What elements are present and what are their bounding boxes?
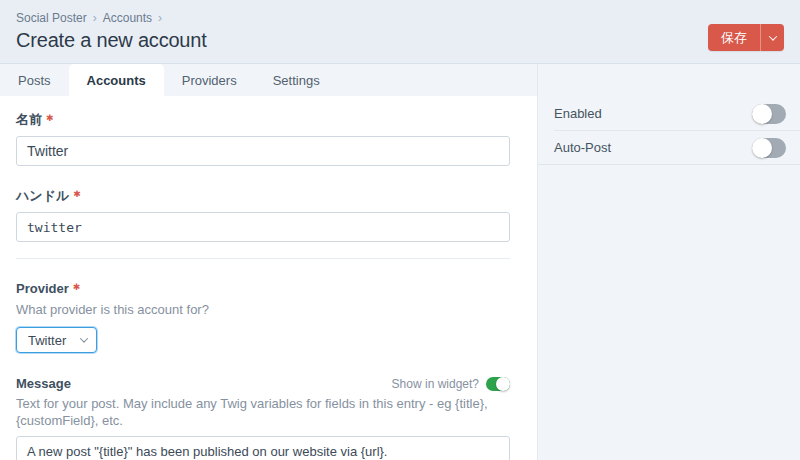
form-pane: 名前✱ ハンドル✱ Provider✱ What provider is thi… — [0, 96, 537, 460]
auto-post-label: Auto-Post — [554, 140, 611, 155]
enabled-toggle[interactable] — [752, 104, 786, 124]
breadcrumb-accounts[interactable]: Accounts — [103, 11, 152, 25]
message-field-label: Message — [16, 376, 71, 391]
required-asterisk: ✱ — [73, 189, 81, 199]
message-field: Message Show in widget? Text for your po… — [16, 376, 510, 460]
handle-input[interactable] — [16, 212, 510, 242]
provider-select[interactable]: Twitter — [16, 327, 97, 353]
tab-settings[interactable]: Settings — [255, 64, 338, 96]
details-sidebar: Enabled Auto-Post — [537, 64, 800, 460]
show-in-widget-label: Show in widget? — [392, 377, 479, 391]
account-settings-group: Enabled Auto-Post — [538, 97, 800, 165]
auto-post-toggle[interactable] — [752, 138, 786, 158]
auto-post-row: Auto-Post — [538, 131, 800, 164]
save-button[interactable]: 保存 — [708, 24, 760, 51]
body-region: Posts Accounts Providers Settings 名前✱ ハン… — [0, 64, 800, 460]
handle-field: ハンドル✱ — [16, 186, 510, 242]
provider-field-label: Provider — [16, 281, 69, 296]
required-asterisk: ✱ — [46, 113, 54, 123]
show-in-widget-toggle[interactable] — [486, 377, 510, 391]
breadcrumb-separator: › — [158, 11, 162, 25]
name-field: 名前✱ — [16, 110, 510, 166]
tab-providers[interactable]: Providers — [164, 64, 255, 96]
tab-bar: Posts Accounts Providers Settings — [0, 64, 537, 96]
required-asterisk: ✱ — [73, 282, 81, 292]
toggle-knob — [496, 377, 510, 391]
page-header: Social Poster›Accounts› Create a new acc… — [0, 0, 800, 64]
save-button-group: 保存 — [708, 24, 784, 51]
page-title: Create a new account — [16, 29, 784, 52]
name-input[interactable] — [16, 136, 510, 166]
provider-select-value: Twitter — [28, 333, 66, 348]
content-column: Posts Accounts Providers Settings 名前✱ ハン… — [0, 64, 537, 460]
provider-field: Provider✱ What provider is this account … — [16, 279, 510, 353]
message-textarea[interactable]: A new post "{title}" has been published … — [16, 436, 510, 460]
tab-accounts[interactable]: Accounts — [69, 64, 164, 96]
toggle-knob — [752, 138, 772, 158]
breadcrumb-separator: › — [93, 11, 97, 25]
chevron-down-icon — [768, 32, 776, 40]
message-instructions: Text for your post. May include any Twig… — [16, 396, 510, 429]
breadcrumb: Social Poster›Accounts› — [16, 11, 784, 25]
provider-instructions: What provider is this account for? — [16, 302, 510, 318]
message-field-header: Message Show in widget? — [16, 376, 510, 391]
breadcrumb-social-poster[interactable]: Social Poster — [16, 11, 87, 25]
tab-posts[interactable]: Posts — [0, 64, 69, 96]
handle-field-label: ハンドル — [16, 187, 69, 205]
show-in-widget-control: Show in widget? — [392, 377, 510, 391]
enabled-row: Enabled — [538, 97, 800, 130]
enabled-label: Enabled — [554, 106, 602, 121]
message-textarea-wrap: A new post "{title}" has been published … — [16, 436, 510, 460]
save-menu-button[interactable] — [760, 24, 784, 51]
chevron-down-icon — [80, 335, 88, 343]
toggle-knob — [752, 104, 772, 124]
name-field-label: 名前 — [16, 111, 42, 129]
field-divider — [16, 258, 510, 259]
